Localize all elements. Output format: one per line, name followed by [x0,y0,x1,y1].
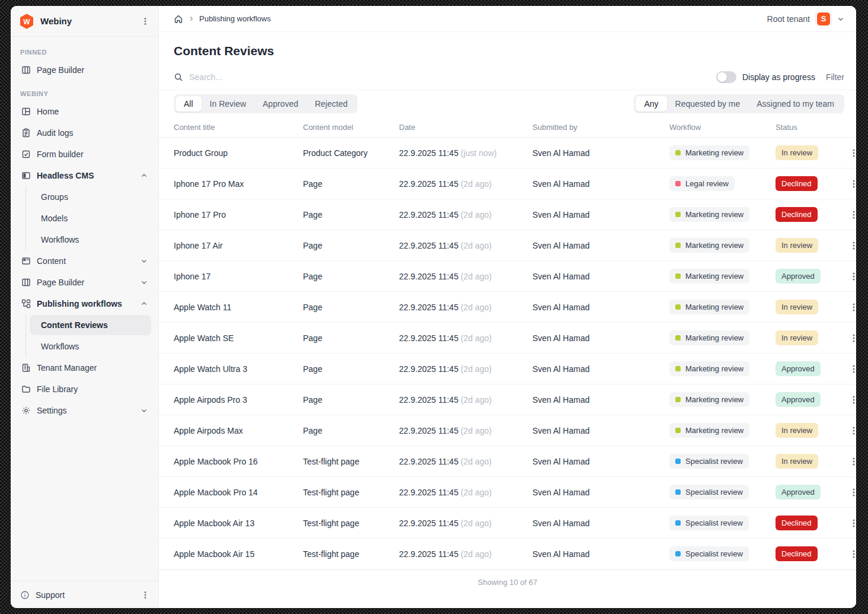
cell-status: In review [776,238,847,253]
sidebar-item-content-reviews[interactable]: Content Reviews [30,315,151,335]
row-actions-kebab-icon[interactable] [847,148,856,158]
tab-any[interactable]: Any [636,96,666,112]
filter-button[interactable]: Filter [826,72,844,82]
workflow-label: Specialist review [685,457,743,466]
cell-content-title: Apple Airpods Max [174,426,303,435]
sidebar-item-settings[interactable]: Settings [18,400,151,421]
workflow-label: Specialist review [685,549,743,558]
account-chevron-down-icon[interactable] [837,15,844,23]
sidebar-nav: PINNED Page Builder WEBINY Home Audit lo… [11,37,158,581]
sidebar-item-publishing-workflows[interactable]: Publishing workflows [18,293,151,314]
tab-rejected[interactable]: Rejected [307,96,356,112]
table-row[interactable]: Apple Macbook Air 15 Test-flight page 22… [159,539,856,570]
page-title: Content Reviews [174,44,841,58]
tab-in-review[interactable]: In Review [202,96,254,112]
sidebar-item-models[interactable]: Models [30,208,151,229]
tab-requested-by-me[interactable]: Requested by me [667,96,749,112]
sidebar-item-audit-logs[interactable]: Audit logs [18,122,151,144]
workflow-badge: Marketing review [669,330,749,345]
cell-content-model: Page [303,241,399,250]
cell-workflow: Marketing review [669,145,776,160]
title-block: Content Reviews [159,32,856,64]
home-breadcrumb-icon[interactable] [174,14,183,24]
table-row[interactable]: Iphone 17 Air Page 22.9.2025 11:45 (2d a… [159,230,856,261]
table-row[interactable]: Apple Macbook Pro 14 Test-flight page 22… [159,477,856,508]
table-row[interactable]: Apple Macbook Air 13 Test-flight page 22… [159,508,856,539]
workflow-badge: Specialist review [669,454,749,469]
chevron-down-icon [141,407,148,414]
content-icon [21,256,31,266]
breadcrumb-item[interactable]: Publishing workflows [199,14,271,23]
cell-date: 22.9.2025 11:45 (2d ago) [399,333,532,343]
sidebar-menu-kebab-icon[interactable] [139,15,151,27]
search-input[interactable] [189,72,438,82]
cell-content-title: Apple Macbook Air 15 [174,549,303,559]
workflow-badge: Marketing review [669,392,749,407]
row-actions-kebab-icon[interactable] [847,426,856,435]
sidebar-item-content[interactable]: Content [18,250,151,272]
table-row[interactable]: Apple Airpods Pro 3 Page 22.9.2025 11:45… [159,384,856,415]
cell-workflow: Marketing review [669,423,776,438]
workflow-badge: Marketing review [669,207,749,222]
sidebar-item-home[interactable]: Home [18,101,151,122]
workflow-label: Marketing review [685,272,743,281]
column-header-submitted-by: Submitted by [532,123,669,132]
row-actions-kebab-icon[interactable] [847,549,856,559]
row-actions-kebab-icon[interactable] [847,241,856,250]
row-actions-kebab-icon[interactable] [847,395,856,405]
cell-status: Declined [776,546,847,561]
table-row[interactable]: Iphone 17 Pro Max Page 22.9.2025 11:45 (… [159,168,856,199]
tab-assigned-to-my-team[interactable]: Assigned to my team [748,96,843,112]
webiny-logo-icon: W [19,14,34,29]
row-actions-kebab-icon[interactable] [847,303,856,312]
cell-content-model: Test-flight page [303,488,399,497]
status-badge: In review [776,423,818,438]
user-avatar[interactable]: S [816,11,831,27]
support-kebab-icon[interactable] [139,589,151,601]
table-row[interactable]: Iphone 17 Pro Page 22.9.2025 11:45 (2d a… [159,199,856,230]
row-actions-kebab-icon[interactable] [847,210,856,219]
table-row[interactable]: Apple Airpods Max Page 22.9.2025 11:45 (… [159,415,856,446]
status-badge: Declined [776,546,818,561]
cell-submitted-by: Sven Al Hamad [532,272,669,281]
cell-submitted-by: Sven Al Hamad [532,426,669,435]
status-badge: In review [776,238,818,253]
relative-time: (just now) [461,148,497,158]
sidebar-item-label: Home [37,107,148,116]
cell-workflow: Marketing review [669,392,776,407]
sidebar-item-cms-workflows[interactable]: Workflows [30,229,151,250]
sidebar-item-page-builder-pinned[interactable]: Page Builder [18,59,151,81]
workflow-label: Marketing review [685,210,743,219]
sidebar-item-headless-cms[interactable]: Headless CMS [18,165,151,186]
column-header-content-title: Content title [174,123,303,132]
tab-all[interactable]: All [175,96,202,112]
table-row[interactable]: Product Group Product Category 22.9.2025… [159,138,856,168]
table-row[interactable]: Apple Watch 11 Page 22.9.2025 11:45 (2d … [159,292,856,323]
table-row[interactable]: Apple Watch Ultra 3 Page 22.9.2025 11:45… [159,354,856,384]
main-content: Publishing workflows Root tenant S Conte… [159,6,856,608]
sidebar-item-page-builder[interactable]: Page Builder [18,272,151,293]
chevron-down-icon [141,257,148,265]
tab-approved[interactable]: Approved [254,96,307,112]
sidebar-item-form-builder[interactable]: Form builder [18,144,151,165]
cell-date: 22.9.2025 11:45 (2d ago) [399,241,532,250]
display-as-progress-toggle[interactable] [716,71,736,83]
row-actions-kebab-icon[interactable] [847,364,856,374]
sidebar-item-file-library[interactable]: File Library [18,378,151,400]
row-actions-kebab-icon[interactable] [847,179,856,189]
cell-content-title: Iphone 17 [174,272,303,281]
sidebar-item-groups[interactable]: Groups [30,186,151,208]
support-link[interactable]: Support [36,590,133,600]
sidebar-item-pub-workflows[interactable]: Workflows [30,336,151,357]
sidebar-item-label: Models [41,214,68,223]
row-actions-kebab-icon[interactable] [847,457,856,466]
cell-workflow: Legal review [669,176,776,191]
table-row[interactable]: Apple Macbook Pro 16 Test-flight page 22… [159,446,856,477]
row-actions-kebab-icon[interactable] [847,488,856,497]
row-actions-kebab-icon[interactable] [847,518,856,528]
sidebar-item-tenant-manager[interactable]: Tenant Manager [18,357,151,378]
table-row[interactable]: Iphone 17 Page 22.9.2025 11:45 (2d ago) … [159,261,856,292]
table-row[interactable]: Apple Watch SE Page 22.9.2025 11:45 (2d … [159,323,856,354]
row-actions-kebab-icon[interactable] [847,272,856,281]
row-actions-kebab-icon[interactable] [847,333,856,343]
